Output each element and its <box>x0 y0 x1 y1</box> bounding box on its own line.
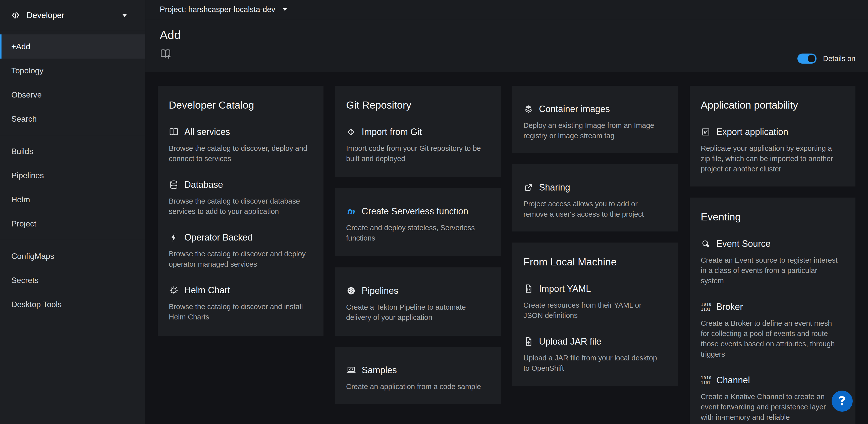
sidebar-item-helm[interactable]: Helm <box>0 188 145 211</box>
add-item-operator-backed[interactable]: Operator Backed Browse the catalog to di… <box>169 232 312 270</box>
database-icon <box>169 180 179 190</box>
file-code-icon <box>523 284 533 294</box>
sidebar-item-add[interactable]: +Add <box>0 34 145 59</box>
page-title: Add <box>160 28 856 41</box>
sidebar-item-topology[interactable]: Topology <box>0 59 145 83</box>
toggle-knob <box>808 55 815 62</box>
add-item-container-images[interactable]: Container images Deploy an existing Imag… <box>523 104 667 141</box>
sidebar-item-pipelines[interactable]: Pipelines <box>0 163 145 188</box>
git-icon <box>346 127 356 137</box>
perspective-label: Developer <box>27 10 64 20</box>
add-item-create-serverless-function[interactable]: fn Create Serverless function Create and… <box>346 206 490 243</box>
project-selector[interactable]: Project: harshcasper-localsta-dev <box>160 5 287 14</box>
cards-column-4: Application portability Export applicati… <box>690 86 856 424</box>
sidebar-divider <box>0 135 145 135</box>
card-container-images: Container images Deploy an existing Imag… <box>513 86 678 153</box>
card-eventing: Eventing Event Source Create an Event so <box>690 198 856 424</box>
bolt-icon <box>169 232 179 243</box>
add-item-helm-chart[interactable]: Helm Chart Browse the catalog to discove… <box>169 285 312 322</box>
card-from-local-machine: From Local Machine Import YAML Create re… <box>513 243 678 386</box>
card-serverless: fn Create Serverless function Create and… <box>335 188 501 256</box>
card-application-portability: Application portability Export applicati… <box>690 86 856 187</box>
binary-icon: 1010 11011 <box>701 302 711 312</box>
sidebar-item-configmaps[interactable]: ConfigMaps <box>0 244 145 268</box>
file-upload-icon <box>523 337 533 347</box>
add-item-import-from-git[interactable]: Import from Git Import code from your Gi… <box>346 127 490 164</box>
main-area: Project: harshcasper-localsta-dev Add De… <box>146 0 868 424</box>
add-item-all-services[interactable]: All services Browse the catalog to disco… <box>169 127 312 164</box>
sidebar: Developer +Add Topology Observe Search B… <box>0 0 145 424</box>
sidebar-item-desktop-tools[interactable]: Desktop Tools <box>0 292 145 316</box>
book-plus-icon[interactable] <box>160 48 171 60</box>
sidebar-item-project[interactable]: Project <box>0 211 145 236</box>
code-icon <box>10 10 21 20</box>
add-item-samples[interactable]: Samples Create an application from a cod… <box>346 365 490 392</box>
sidebar-item-search[interactable]: Search <box>0 107 145 131</box>
svg-text:11011: 11011 <box>701 307 711 312</box>
cards-column-1: Developer Catalog All services Browse th… <box>158 86 323 336</box>
sidebar-item-secrets[interactable]: Secrets <box>0 268 145 292</box>
svg-text:11011: 11011 <box>701 381 711 385</box>
add-item-export-application[interactable]: Export application Replicate your applic… <box>701 127 844 174</box>
chevron-down-icon <box>122 14 127 17</box>
event-source-icon <box>701 239 711 249</box>
help-button[interactable]: ? <box>832 391 853 412</box>
svg-text:1010: 1010 <box>701 302 711 307</box>
card-developer-catalog: Developer Catalog All services Browse th… <box>158 86 323 336</box>
card-title: From Local Machine <box>523 256 667 268</box>
tekton-icon <box>346 286 356 296</box>
add-item-upload-jar-file[interactable]: Upload JAR file Upload a JAR file from y… <box>523 336 667 373</box>
chevron-down-icon <box>283 8 287 11</box>
svg-text:1010: 1010 <box>701 376 711 380</box>
laptop-code-icon <box>346 365 356 375</box>
card-pipelines: Pipelines Create a Tekton Pipeline to au… <box>335 267 501 336</box>
card-git-repository: Git Repository Import from Git <box>335 86 501 177</box>
details-toggle-switch[interactable] <box>798 54 816 64</box>
perspective-switcher[interactable]: Developer <box>0 0 145 31</box>
book-open-icon <box>169 127 179 137</box>
sidebar-nav: +Add Topology Observe Search Builds Pipe… <box>0 31 145 316</box>
question-mark-icon: ? <box>838 394 846 408</box>
add-item-channel[interactable]: 1010 11011 Channel Create a Knative Chan… <box>701 375 844 423</box>
layers-icon <box>523 104 533 114</box>
card-title: Application portability <box>701 99 844 111</box>
card-title: Developer Catalog <box>169 99 312 111</box>
sidebar-item-observe[interactable]: Observe <box>0 83 145 107</box>
add-item-import-yaml[interactable]: Import YAML Create resources from their … <box>523 283 667 321</box>
svg-text:fn: fn <box>347 207 355 216</box>
details-toggle-label: Details on <box>823 55 856 63</box>
binary-icon: 1010 11011 <box>701 375 711 385</box>
card-sharing: Sharing Project access allows you to add… <box>513 164 678 231</box>
share-icon <box>523 182 533 193</box>
project-selector-label: Project: harshcasper-localsta-dev <box>160 5 275 14</box>
add-item-sharing[interactable]: Sharing Project access allows you to add… <box>523 182 667 219</box>
export-icon <box>701 127 711 137</box>
card-title: Git Repository <box>346 99 490 111</box>
details-toggle-group: Details on <box>798 54 856 64</box>
page-header: Add Details on <box>146 19 868 72</box>
helm-icon <box>169 285 179 295</box>
card-samples: Samples Create an application from a cod… <box>335 347 501 404</box>
cards-grid: Developer Catalog All services Browse th… <box>146 72 868 424</box>
add-item-event-source[interactable]: Event Source Create an Event source to r… <box>701 238 844 286</box>
add-item-broker[interactable]: 1010 11011 Broker Create a Broker to def… <box>701 302 844 360</box>
add-item-pipelines[interactable]: Pipelines Create a Tekton Pipeline to au… <box>346 285 490 323</box>
cards-column-2: Git Repository Import from Git <box>335 86 501 404</box>
sidebar-item-builds[interactable]: Builds <box>0 139 145 163</box>
topbar: Project: harshcasper-localsta-dev <box>146 0 868 19</box>
card-title: Eventing <box>701 211 844 223</box>
fn-icon: fn <box>346 206 356 217</box>
add-item-database[interactable]: Database Browse the catalog to discover … <box>169 179 312 217</box>
cards-column-3: Container images Deploy an existing Imag… <box>513 86 678 386</box>
sidebar-divider <box>0 240 145 240</box>
